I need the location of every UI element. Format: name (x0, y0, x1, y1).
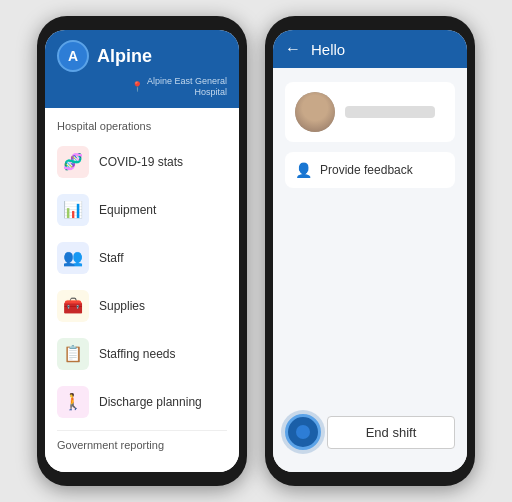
staffing-label: Staffing needs (99, 347, 176, 361)
right-header: ← Hello (273, 30, 467, 68)
feedback-label: Provide feedback (320, 163, 413, 177)
left-phone: A Alpine 📍 Alpine East General Hospital … (37, 16, 247, 486)
staff-icon: 👥 (57, 242, 89, 274)
discharge-icon: 🚶 (57, 386, 89, 418)
hospital-ops-label: Hospital operations (45, 116, 239, 138)
gov-label: Government reporting (45, 435, 239, 457)
user-section (285, 82, 455, 142)
right-content: 👤 Provide feedback End shift (273, 68, 467, 472)
menu-item-staff[interactable]: 👥 Staff (45, 234, 239, 282)
right-screen: ← Hello 👤 Provide feedback End shift (273, 30, 467, 472)
end-shift-inner-circle (296, 425, 310, 439)
menu-item-supplies[interactable]: 🧰 Supplies (45, 282, 239, 330)
right-phone: ← Hello 👤 Provide feedback End shift (265, 16, 475, 486)
staff-label: Staff (99, 251, 123, 265)
end-shift-circle[interactable] (285, 414, 321, 450)
hospital-name: Alpine East General Hospital (147, 76, 227, 98)
divider (57, 430, 227, 431)
left-screen: A Alpine 📍 Alpine East General Hospital … (45, 30, 239, 472)
avatar (295, 92, 335, 132)
location-icon: 📍 (131, 81, 143, 93)
staffing-icon: 📋 (57, 338, 89, 370)
app-name: Alpine (97, 46, 152, 67)
left-header: A Alpine 📍 Alpine East General Hospital (45, 30, 239, 108)
equipment-icon: 📊 (57, 194, 89, 226)
spacer (285, 188, 455, 406)
supplies-icon: 🧰 (57, 290, 89, 322)
app-logo: A (57, 40, 89, 72)
menu-item-staffing[interactable]: 📋 Staffing needs (45, 330, 239, 378)
right-header-title: Hello (311, 41, 345, 58)
feedback-item[interactable]: 👤 Provide feedback (285, 152, 455, 188)
user-name-blurred (345, 106, 435, 118)
feedback-icon: 👤 (295, 162, 312, 178)
menu-item-discharge[interactable]: 🚶 Discharge planning (45, 378, 239, 426)
covid-label: COVID-19 stats (99, 155, 183, 169)
hospital-info: 📍 Alpine East General Hospital (57, 76, 227, 98)
supplies-label: Supplies (99, 299, 145, 313)
end-shift-button[interactable]: End shift (327, 416, 455, 449)
menu-item-equipment[interactable]: 📊 Equipment (45, 186, 239, 234)
back-arrow-icon[interactable]: ← (285, 40, 301, 58)
menu-item-covid[interactable]: 🧬 COVID-19 stats (45, 138, 239, 186)
covid-icon: 🧬 (57, 146, 89, 178)
discharge-label: Discharge planning (99, 395, 202, 409)
equipment-label: Equipment (99, 203, 156, 217)
avatar-image (295, 92, 335, 132)
left-content: Hospital operations 🧬 COVID-19 stats 📊 E… (45, 108, 239, 472)
end-shift-section: End shift (285, 406, 455, 458)
